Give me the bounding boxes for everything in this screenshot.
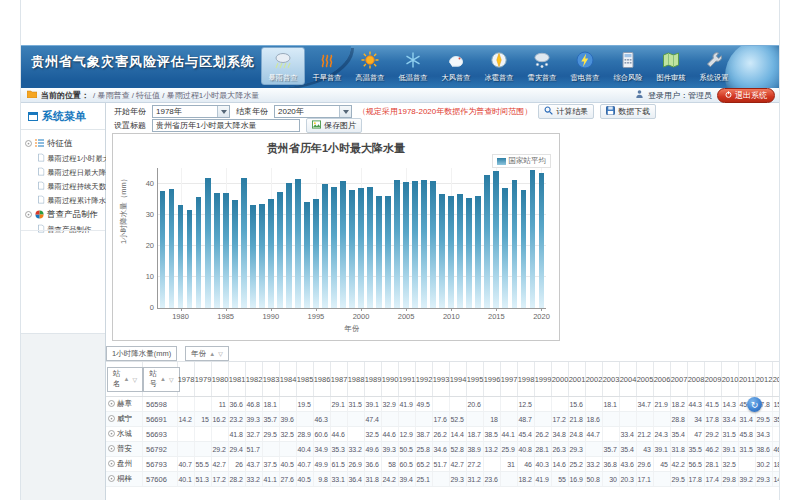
value-cell: 33.1 xyxy=(331,472,348,486)
toolbar-item-4[interactable]: 低温普查 xyxy=(392,47,434,85)
value-cell: 18 xyxy=(484,412,501,426)
chart-title-input[interactable] xyxy=(152,119,300,132)
sidebar-item[interactable]: 暴雨过程日最大降水量 xyxy=(38,167,98,177)
value-cell: 34.8 xyxy=(552,427,569,441)
value-cell: 41.1 xyxy=(263,472,280,486)
value-cell: 38.5 xyxy=(484,427,501,441)
year-sort-box[interactable]: 年份 ▲ ▽ xyxy=(185,346,229,361)
value-cell: 18.2 xyxy=(671,397,688,411)
toolbar-item-label: 雷电普查 xyxy=(566,73,604,83)
toolbar-item-label: 图件审核 xyxy=(652,73,690,83)
value-cell xyxy=(637,412,654,426)
value-cell: 17.4 xyxy=(705,472,722,486)
row-expand-icon[interactable] xyxy=(108,400,115,409)
station-id: 56691 xyxy=(143,412,178,426)
wind-icon xyxy=(435,48,477,72)
sidebar-item-label: 暴雨过程累计降水量 xyxy=(47,195,113,205)
value-cell: 44.3 xyxy=(688,397,705,411)
floating-refresh-icon[interactable]: ↻ xyxy=(747,397,762,412)
doc-icon xyxy=(38,153,44,163)
value-cell: 17.2 xyxy=(552,412,569,426)
value-cell: 33.2 xyxy=(348,442,365,456)
sidebar-item[interactable]: 暴雨过程1小时最大降水量 xyxy=(38,153,98,163)
value-cell: 21.9 xyxy=(654,397,671,411)
toolbar-item-3[interactable]: 高温普查 xyxy=(349,47,391,85)
save-disk-icon xyxy=(606,106,615,117)
row-expand-icon[interactable] xyxy=(108,445,115,454)
value-cell: 28.2 xyxy=(229,472,246,486)
value-cell: 36.8 xyxy=(603,457,620,471)
image-icon xyxy=(312,120,321,131)
end-year-select[interactable]: 2020年 xyxy=(274,105,352,118)
sort-asc-icon[interactable]: ▲ xyxy=(160,376,166,382)
station-name-cell: 水城 xyxy=(106,427,143,441)
row-expand-icon[interactable] xyxy=(108,430,115,439)
year-column-header: 1997 xyxy=(501,362,518,396)
bar-2013 xyxy=(475,196,481,308)
value-cell: 46.8 xyxy=(773,442,780,456)
value-cell: 26 xyxy=(229,457,246,471)
header-banner: 贵州省气象灾害风险评估与区划系统 暴雨普查干旱普查高温普查低温普查大风普查冰雹普… xyxy=(21,45,780,90)
toolbar-item-10[interactable]: 图件审核 xyxy=(650,47,692,85)
chart-title-label: 设置标题 xyxy=(114,120,146,131)
drought-icon xyxy=(306,48,348,72)
calculate-button[interactable]: 计算结果 xyxy=(538,104,594,119)
value-cell: 49.9 xyxy=(314,457,331,471)
expand-icon[interactable] xyxy=(25,210,32,220)
row-expand-icon[interactable] xyxy=(108,415,115,424)
sidebar-group-1[interactable]: 特征值 xyxy=(25,138,103,150)
low-temp-icon xyxy=(392,48,434,72)
sidebar-item[interactable]: 暴雨过程持续天数 xyxy=(38,181,98,191)
data-download-button-label: 数据下载 xyxy=(618,106,650,117)
sort-desc-icon[interactable]: ▽ xyxy=(169,376,174,383)
row-expand-icon[interactable] xyxy=(108,460,115,469)
settings-icon xyxy=(693,48,735,72)
year-column-header: 1978 xyxy=(178,362,195,396)
station-name-sort-box[interactable]: 站名▲▽ xyxy=(107,367,143,392)
chart-plot-area: 1小时降水量（mm） 年份 01020304019801985199019952… xyxy=(157,168,546,309)
value-cell xyxy=(535,412,552,426)
toolbar-item-7[interactable]: 雪灾普查 xyxy=(521,47,563,85)
value-cell: 38.7 xyxy=(416,427,433,441)
chart-legend[interactable]: 国家站平均 xyxy=(492,154,552,168)
value-cell: 61.5 xyxy=(331,457,348,471)
x-tick-label: 2000 xyxy=(347,312,375,321)
station-id-sort-box[interactable]: 站号▲▽ xyxy=(143,367,179,392)
value-cell: 14.3 xyxy=(722,397,739,411)
sort-asc-icon[interactable]: ▲ xyxy=(123,376,129,382)
toolbar-item-1[interactable]: 暴雨普查 xyxy=(261,47,305,85)
bar-2016 xyxy=(502,188,508,308)
toolbar-item-6[interactable]: 冰雹普查 xyxy=(478,47,520,85)
year-column-header: 1999 xyxy=(535,362,552,396)
sidebar-group-2[interactable]: 普查产品制作 xyxy=(25,209,103,221)
logout-button[interactable]: 退出系统 xyxy=(717,88,775,103)
toolbar-item-9[interactable]: 综合风险 xyxy=(607,47,649,85)
value-cell: 35.5 xyxy=(688,442,705,456)
value-cell: 45.4 xyxy=(518,427,535,441)
bar-1990 xyxy=(268,199,274,308)
value-cell xyxy=(212,427,229,441)
toolbar-item-2[interactable]: 干旱普查 xyxy=(306,47,348,85)
sort-desc-icon[interactable]: ▽ xyxy=(218,350,223,357)
legend-swatch-icon xyxy=(497,158,506,165)
value-cell xyxy=(178,397,195,411)
bar-1986 xyxy=(232,200,238,308)
sort-asc-icon[interactable]: ▲ xyxy=(209,351,215,357)
toolbar-item-label: 雪灾普查 xyxy=(523,73,561,83)
value-type-box[interactable]: 1小时降水量(mm) xyxy=(106,346,177,361)
data-download-button[interactable]: 数据下载 xyxy=(600,104,656,119)
toolbar-item-8[interactable]: 雷电普查 xyxy=(564,47,606,85)
value-cell: 17.2 xyxy=(212,472,229,486)
start-year-select[interactable]: 1978年 xyxy=(152,105,230,118)
toolbar-item-11[interactable]: 系统设置 xyxy=(693,47,735,85)
row-expand-icon[interactable] xyxy=(108,475,115,484)
save-image-button[interactable]: 保存图片 xyxy=(306,118,362,133)
expand-icon[interactable] xyxy=(25,139,32,149)
value-cell: 25.2 xyxy=(569,457,586,471)
sidebar-item[interactable]: 暴雨过程累计降水量 xyxy=(38,195,98,205)
sort-desc-icon[interactable]: ▽ xyxy=(132,376,137,383)
value-cell: 29.2 xyxy=(212,442,229,456)
toolbar-item-5[interactable]: 大风普查 xyxy=(435,47,477,85)
value-cell: 39.3 xyxy=(382,442,399,456)
sidebar-item-label: 暴雨过程持续天数 xyxy=(47,181,106,191)
